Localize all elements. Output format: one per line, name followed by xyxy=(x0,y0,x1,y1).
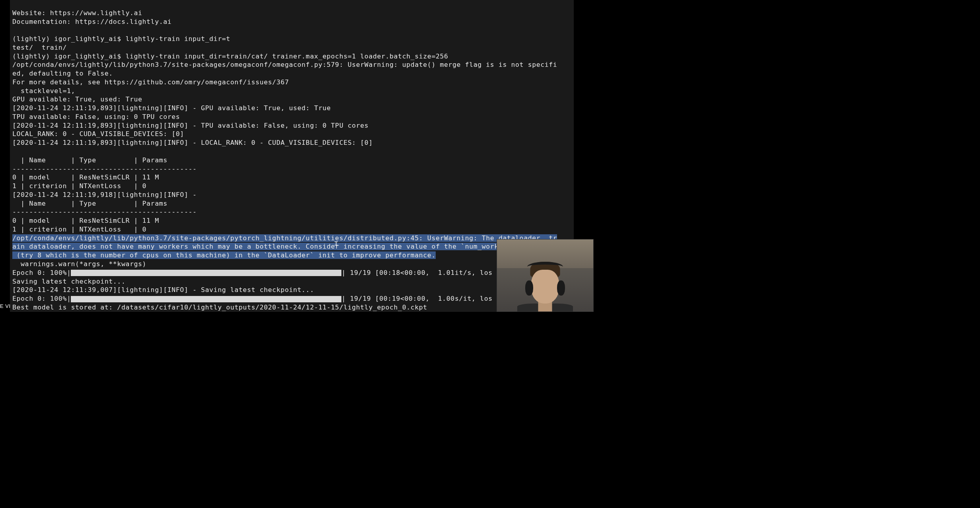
term-line-selected: /opt/conda/envs/lightly/lib/python3.7/si… xyxy=(12,234,557,242)
term-line: Documentation: https://docs.lightly.ai xyxy=(12,18,171,25)
term-line: /opt/conda/envs/lightly/lib/python3.7/si… xyxy=(12,61,557,68)
progress-prefix: Epoch 0: 100%| xyxy=(12,269,71,276)
term-line: ed, defaulting to False. xyxy=(12,70,113,77)
terminal-window[interactable]: Website: https://www.lightly.ai Document… xyxy=(10,0,574,312)
term-line: LOCAL_RANK: 0 - CUDA_VISIBLE_DEVICES: [0… xyxy=(12,130,184,138)
progress-line-2: Epoch 0: 100%|| 19/19 [00:19<00:00, 1.00… xyxy=(12,295,493,302)
term-line: ----------------------------------------… xyxy=(12,165,197,173)
term-line: | Name | Type | Params xyxy=(12,156,168,164)
term-line-selected: (try 8 which is the number of cpus on th… xyxy=(12,251,436,259)
term-line: | Name | Type | Params xyxy=(12,200,168,207)
term-line-selected: ain dataloader, does not have many worke… xyxy=(12,243,557,250)
term-line: test/ train/ xyxy=(12,44,67,51)
term-line: 1 | criterion | NTXentLoss | 0 xyxy=(12,182,146,190)
term-line: [2020-11-24 12:11:39,007][lightning][INF… xyxy=(12,286,314,294)
terminal-output: Website: https://www.lightly.ai Document… xyxy=(10,0,574,312)
term-line: (lightly) igor_lightly_ai$ lightly-train… xyxy=(12,35,230,43)
term-line: GPU available: True, used: True xyxy=(12,95,142,103)
progress-bar-fill xyxy=(71,270,341,276)
term-line: [2020-11-24 12:11:19,893][lightning][INF… xyxy=(12,122,368,129)
progress-bar-fill xyxy=(71,296,341,302)
term-line: 1 | criterion | NTXentLoss | 0 xyxy=(12,226,146,233)
webcam-overlay xyxy=(497,239,594,312)
progress-line-1: Epoch 0: 100%|| 19/19 [00:18<00:00, 1.01… xyxy=(12,269,493,276)
term-line: 0 | model | ResNetSimCLR | 11 M xyxy=(12,217,159,224)
progress-suffix: | 19/19 [00:19<00:00, 1.00s/it, los xyxy=(341,295,492,302)
term-line: warnings.warn(*args, **kwargs) xyxy=(12,260,146,268)
term-line: [2020-11-24 12:11:19,893][lightning][INF… xyxy=(12,104,331,112)
term-line: (lightly) igor_lightly_ai$ lightly-train… xyxy=(12,53,448,60)
term-line: For more details, see https://github.com… xyxy=(12,78,289,86)
term-line: Best model is stored at: /datasets/cifar… xyxy=(12,304,427,311)
term-line: [2020-11-24 12:11:19,893][lightning][INF… xyxy=(12,139,373,146)
term-line: 0 | model | ResNetSimCLR | 11 M xyxy=(12,173,159,181)
term-line: stacklevel=1, xyxy=(12,87,75,95)
person-icon xyxy=(523,260,567,311)
term-line: [2020-11-24 12:11:19,918][lightning][INF… xyxy=(12,191,197,199)
term-line: TPU available: False, using: 0 TPU cores xyxy=(12,113,180,121)
webcam-frame xyxy=(497,239,593,311)
progress-suffix: | 19/19 [00:18<00:00, 1.01it/s, los xyxy=(341,269,492,276)
term-line: Website: https://www.lightly.ai xyxy=(12,9,142,17)
progress-prefix: Epoch 0: 100%| xyxy=(12,295,71,302)
term-line: Saving latest checkpoint... xyxy=(12,278,125,285)
term-line: ----------------------------------------… xyxy=(12,208,197,216)
